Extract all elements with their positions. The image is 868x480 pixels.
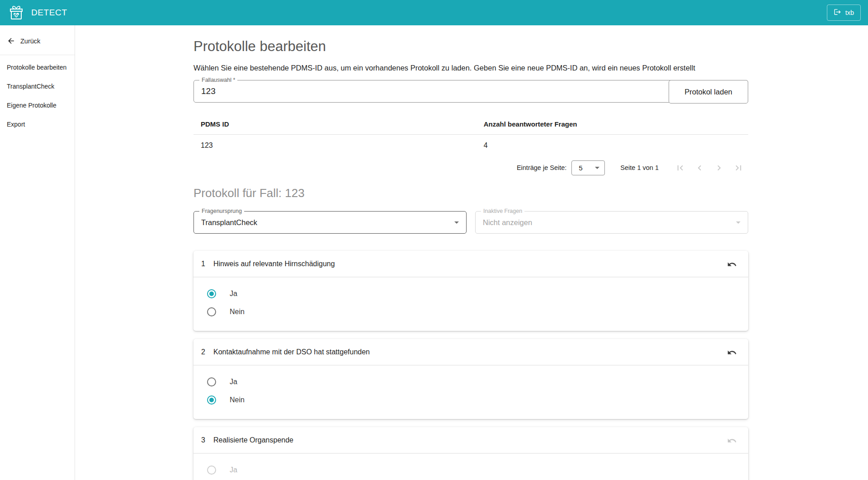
table-row[interactable]: 1234	[193, 135, 748, 157]
inactive-select-label: Inaktive Fragen	[481, 208, 524, 214]
page-info: Seite 1 von 1	[620, 164, 659, 171]
logout-icon	[834, 8, 841, 17]
undo-answer-button[interactable]	[723, 255, 741, 273]
back-label: Zurück	[20, 38, 40, 45]
case-field-label: Fallauswahl *	[199, 77, 237, 83]
page-description: Wählen Sie eine bestehende PDMS-ID aus, …	[193, 64, 748, 72]
question-title: Hinweis auf relevante Hirnschädigung	[213, 260, 335, 268]
sidebar-item-label: TransplantCheck	[7, 83, 54, 90]
question-title: Kontaktaufnahme mit der DSO hat stattgef…	[213, 348, 370, 356]
page-title: Protokolle bearbeiten	[193, 38, 748, 56]
page-size-value: 5	[579, 164, 582, 172]
table-cell: 123	[193, 135, 476, 157]
origin-select-label: Fragenursprung	[199, 208, 244, 214]
back-button[interactable]: Zurück	[0, 25, 75, 55]
case-select-field: Fallauswahl * Protokol laden	[193, 80, 748, 103]
radio-option[interactable]: Nein	[193, 303, 748, 321]
question-number: 2	[201, 348, 213, 356]
app-header: DETECT txb	[0, 0, 868, 25]
logout-button[interactable]: txb	[827, 5, 861, 21]
protocol-table: PDMS IDAnzahl beantworteter Fragen 1234	[193, 114, 748, 156]
protocol-case-title: Protokoll für Fall: 123	[193, 185, 748, 201]
table-header-row: PDMS IDAnzahl beantworteter Fragen	[193, 114, 748, 135]
table-column-header: Anzahl beantworteter Fragen	[476, 114, 748, 135]
radio-option-label: Nein	[230, 308, 245, 316]
origin-select-value: TransplantCheck	[194, 212, 466, 233]
sidebar-item[interactable]: TransplantCheck	[0, 77, 75, 96]
question-origin-select[interactable]: Fragenursprung TransplantCheck	[193, 211, 467, 234]
sidebar-item[interactable]: Export	[0, 115, 75, 134]
question-list: 1 Hinweis auf relevante Hirnschädigung J…	[193, 251, 748, 480]
filters-row: Fragenursprung TransplantCheck Inaktive …	[193, 211, 748, 234]
previous-page-button[interactable]	[690, 160, 709, 175]
question-number: 1	[201, 260, 213, 268]
question-title: Realisierte Organspende	[213, 436, 293, 444]
dropdown-arrow-icon	[454, 221, 459, 224]
gift-heart-logo-icon	[7, 4, 25, 22]
radio-option[interactable]: Ja	[193, 285, 748, 303]
first-page-icon	[675, 163, 685, 173]
inactive-questions-select[interactable]: Inaktive Fragen Nicht anzeigen	[475, 211, 748, 234]
question-card: 3 Realisierte Organspende Ja	[193, 427, 748, 480]
case-id-input[interactable]	[194, 80, 748, 102]
radio-button-icon	[207, 289, 216, 298]
sidebar-item[interactable]: Protokolle bearbeiten	[0, 58, 75, 77]
radio-option-label: Ja	[230, 378, 237, 386]
dropdown-arrow-icon	[736, 221, 741, 224]
load-protocol-button[interactable]: Protokol laden	[669, 80, 748, 104]
radio-option-label: Ja	[230, 290, 237, 298]
sidebar: Zurück Protokolle bearbeiten TransplantC…	[0, 25, 75, 480]
chevron-down-icon	[595, 167, 599, 169]
table-cell: 4	[476, 135, 748, 157]
app-title: DETECT	[31, 8, 67, 18]
sidebar-nav: Protokolle bearbeiten TransplantCheck Ei…	[0, 55, 75, 134]
sidebar-item-label: Protokolle bearbeiten	[7, 64, 66, 71]
undo-icon	[727, 436, 737, 446]
radio-option[interactable]: Nein	[193, 391, 748, 409]
radio-button-icon	[207, 395, 216, 405]
undo-icon	[727, 348, 737, 358]
table-column-header: PDMS ID	[193, 114, 476, 135]
logout-label: txb	[845, 9, 854, 16]
undo-answer-button[interactable]	[723, 344, 741, 362]
undo-answer-button[interactable]	[723, 432, 741, 450]
question-options: Ja Nein	[193, 278, 748, 331]
question-number: 3	[201, 436, 213, 444]
items-per-page-label: Einträge je Seite:	[517, 164, 566, 171]
question-header: 2 Kontaktaufnahme mit der DSO hat stattg…	[193, 339, 748, 365]
chevron-right-icon	[714, 163, 724, 173]
radio-option[interactable]: Ja	[193, 373, 748, 391]
sidebar-item[interactable]: Eigene Protokolle	[0, 96, 75, 115]
main-area: Protokolle bearbeiten Wählen Sie eine be…	[75, 25, 868, 480]
radio-button-icon	[207, 377, 216, 386]
arrow-left-icon	[7, 37, 15, 45]
radio-option[interactable]: Ja	[193, 461, 748, 479]
question-header: 3 Realisierte Organspende	[193, 427, 748, 453]
first-page-button[interactable]	[670, 160, 690, 175]
next-page-button[interactable]	[709, 160, 729, 175]
inactive-select-value: Nicht anzeigen	[476, 212, 748, 233]
question-header: 1 Hinweis auf relevante Hirnschädigung	[193, 251, 748, 277]
question-card: 2 Kontaktaufnahme mit der DSO hat stattg…	[193, 339, 748, 419]
last-page-icon	[733, 163, 744, 173]
radio-option-label: Ja	[230, 466, 237, 474]
radio-button-icon	[207, 466, 216, 475]
sidebar-item-label: Export	[7, 121, 25, 128]
sidebar-item-label: Eigene Protokolle	[7, 102, 57, 109]
last-page-button[interactable]	[729, 160, 748, 175]
page-size-select[interactable]: 5	[571, 160, 605, 175]
chevron-left-icon	[694, 163, 705, 173]
undo-icon	[727, 259, 737, 269]
radio-button-icon	[207, 307, 216, 316]
radio-option-label: Nein	[230, 396, 245, 404]
pagination: Einträge je Seite: 5 Seite 1 von 1	[193, 160, 748, 175]
question-card: 1 Hinweis auf relevante Hirnschädigung J…	[193, 251, 748, 331]
question-options: Ja	[193, 454, 748, 480]
question-options: Ja Nein	[193, 366, 748, 419]
